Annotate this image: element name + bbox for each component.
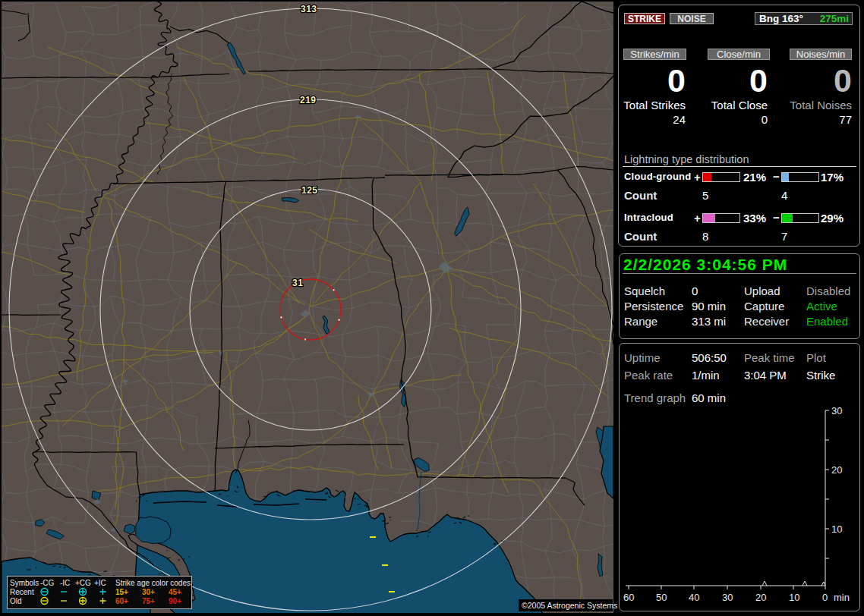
svg-text:219: 219 <box>300 95 317 105</box>
svg-text:0: 0 <box>822 592 828 603</box>
svg-text:45+: 45+ <box>169 588 181 596</box>
svg-text:75+: 75+ <box>142 597 155 605</box>
svg-text:15+: 15+ <box>115 588 128 596</box>
svg-text:10: 10 <box>831 523 842 535</box>
svg-text:60+: 60+ <box>115 597 128 605</box>
svg-text:30: 30 <box>722 592 733 603</box>
svg-text:-CG: -CG <box>40 579 55 587</box>
svg-text:10: 10 <box>789 592 799 603</box>
svg-text:+CG: +CG <box>75 579 91 587</box>
svg-text:30+: 30+ <box>142 588 155 596</box>
svg-text:Old: Old <box>10 597 22 605</box>
svg-text:+IC: +IC <box>94 579 106 587</box>
svg-text:20: 20 <box>755 592 766 603</box>
svg-text:40: 40 <box>689 592 699 603</box>
svg-text:50: 50 <box>656 592 667 603</box>
svg-text:Strike age color codes: Strike age color codes <box>115 579 191 587</box>
svg-text:60: 60 <box>623 592 634 603</box>
svg-text:20: 20 <box>831 464 842 476</box>
svg-text:Symbols: Symbols <box>10 579 39 587</box>
svg-text:-IC: -IC <box>60 579 70 587</box>
svg-text:90+: 90+ <box>169 597 181 605</box>
svg-text:min: min <box>834 592 850 603</box>
svg-text:125: 125 <box>301 185 318 196</box>
svg-text:30: 30 <box>831 405 842 416</box>
svg-text:313: 313 <box>301 4 317 14</box>
svg-text:Recent: Recent <box>10 588 34 596</box>
svg-text:31: 31 <box>292 278 303 288</box>
